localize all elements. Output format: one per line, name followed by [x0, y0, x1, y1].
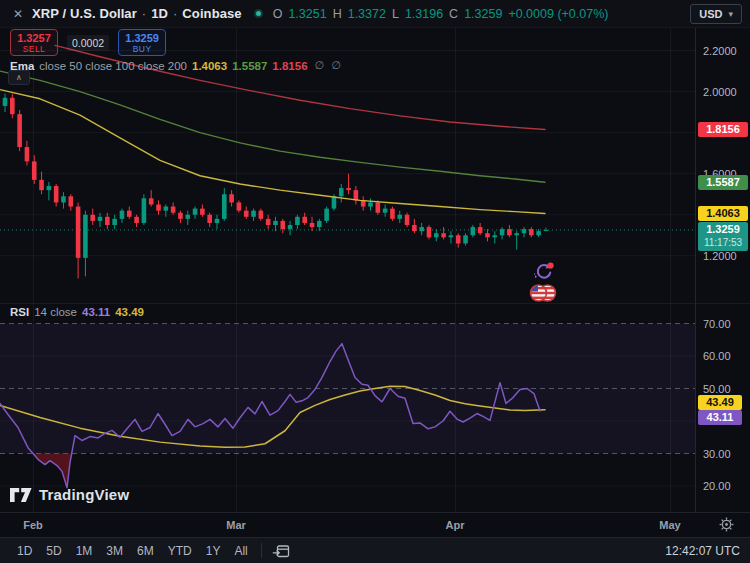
low-label: L	[392, 7, 399, 21]
currency-dropdown[interactable]: USD ▾	[690, 4, 742, 24]
separator-dot: ·	[142, 6, 146, 21]
range-button-5d[interactable]: 5D	[39, 542, 68, 560]
ema-legend[interactable]: Ema close 50 close 100 close 200 1.4063 …	[10, 59, 341, 72]
range-buttons: 1D5D1M3M6MYTD1YAll	[10, 542, 255, 560]
symbol-title[interactable]: XRP / U.S. Dollar	[32, 6, 137, 21]
range-button-3m[interactable]: 3M	[99, 542, 130, 560]
range-button-ytd[interactable]: YTD	[161, 542, 199, 560]
bar-countdown: 11:17:53	[698, 237, 748, 249]
indicator-price-label: 1.5587	[698, 175, 748, 190]
indicator-price-label: 1.8156	[698, 122, 748, 137]
rsi-params: 14 close	[34, 306, 77, 318]
rsi-value: 43.11	[82, 306, 110, 318]
close-value: 1.3259	[464, 7, 502, 21]
ema-params: close 50 close 100 close 200	[39, 60, 187, 72]
rsi-tick-label: 60.00	[703, 350, 731, 362]
high-label: H	[333, 7, 342, 21]
rsi-value-label: 43.11	[698, 410, 742, 425]
sell-label: SELL	[11, 44, 57, 54]
exchange-label[interactable]: Coinbase	[182, 6, 241, 21]
spread-value: 0.0002	[67, 35, 109, 51]
range-button-1d[interactable]: 1D	[10, 542, 39, 560]
us-flag-coins-icon[interactable]	[528, 283, 558, 303]
close-icon[interactable]: ✕	[13, 7, 23, 21]
month-label-apr: Apr	[446, 519, 465, 531]
trade-widget: 1.3257 SELL 0.0002 1.3259 BUY	[10, 29, 166, 56]
rsi-legend[interactable]: RSI 14 close 43.11 43.49	[10, 306, 144, 318]
clock-utc[interactable]: 12:42:07 UTC	[665, 544, 740, 558]
ema50-value: 1.4063	[192, 60, 227, 72]
range-button-6m[interactable]: 6M	[130, 542, 161, 560]
range-button-1m[interactable]: 1M	[69, 542, 100, 560]
currency-label: USD	[699, 8, 722, 20]
chevron-down-icon: ▾	[728, 9, 733, 19]
rsi-value-label: 43.49	[698, 395, 742, 410]
ema100-value: 1.5587	[232, 60, 267, 72]
interval-label[interactable]: 1D	[151, 6, 168, 21]
indicator-price-label: 1.4063	[698, 206, 748, 221]
buy-price: 1.3259	[119, 32, 165, 44]
rsi-tick-label: 50.00	[703, 383, 731, 395]
bottom-toolbar: 1D5D1M3M6MYTD1YAll 12:42:07 UTC	[0, 537, 750, 563]
high-value: 1.3372	[348, 7, 386, 21]
calendar-arrow-icon	[272, 543, 290, 559]
tradingview-logo-icon	[10, 488, 32, 502]
chart-event-icons	[527, 261, 559, 303]
low-value: 1.3196	[405, 7, 443, 21]
price-axis-separator	[695, 28, 696, 537]
rsi-ma-value: 43.49	[115, 306, 144, 318]
range-button-all[interactable]: All	[227, 542, 254, 560]
month-label-feb: Feb	[23, 519, 43, 531]
rsi-title: RSI	[10, 306, 29, 318]
ema200-value: 1.8156	[272, 60, 307, 72]
tradingview-logo-text: TradingView	[39, 486, 129, 503]
go-to-date-button[interactable]	[268, 543, 294, 559]
market-status-icon	[254, 9, 263, 18]
sell-price: 1.3257	[11, 32, 57, 44]
change-value: +0.0009 (+0.07%)	[508, 7, 608, 21]
collapse-legend-button[interactable]: ∧	[8, 70, 30, 85]
rsi-tick-label: 20.00	[703, 480, 731, 492]
open-value: 1.3251	[288, 7, 326, 21]
hidden-value-icon: ∅	[331, 59, 341, 72]
sell-button[interactable]: 1.3257 SELL	[10, 29, 58, 56]
current-price-label: 1.3259 11:17:53	[698, 222, 748, 251]
month-label-mar: Mar	[226, 519, 246, 531]
tradingview-chart-window: ✕ XRP / U.S. Dollar · 1D · Coinbase O 1.…	[0, 0, 750, 563]
symbol-header: ✕ XRP / U.S. Dollar · 1D · Coinbase O 1.…	[0, 0, 750, 28]
price-tick-label: 1.2000	[703, 250, 737, 262]
time-axis[interactable]: FebMarAprMay	[0, 512, 750, 537]
ohlc-values: O 1.3251 H 1.3372 L 1.3196 C 1.3259 +0.0…	[273, 7, 609, 21]
separator-dot: ·	[173, 6, 177, 21]
month-label-may: May	[659, 519, 680, 531]
range-button-1y[interactable]: 1Y	[199, 542, 228, 560]
close-label: C	[449, 7, 458, 21]
current-price-value: 1.3259	[698, 222, 748, 237]
toolbar-divider	[261, 543, 262, 558]
hidden-value-icon: ∅	[315, 59, 325, 72]
gear-icon[interactable]	[719, 517, 734, 532]
buy-button[interactable]: 1.3259 BUY	[118, 29, 166, 56]
open-label: O	[273, 7, 283, 21]
rsi-tick-label: 70.00	[703, 318, 731, 330]
rsi-tick-label: 30.00	[703, 448, 731, 460]
tradingview-logo[interactable]: TradingView	[10, 486, 129, 503]
refresh-cycle-icon[interactable]	[532, 261, 555, 283]
price-tick-label: 2.2000	[703, 45, 737, 57]
price-tick-label: 2.0000	[703, 86, 737, 98]
buy-label: BUY	[119, 44, 165, 54]
chart-canvas[interactable]	[0, 0, 750, 512]
